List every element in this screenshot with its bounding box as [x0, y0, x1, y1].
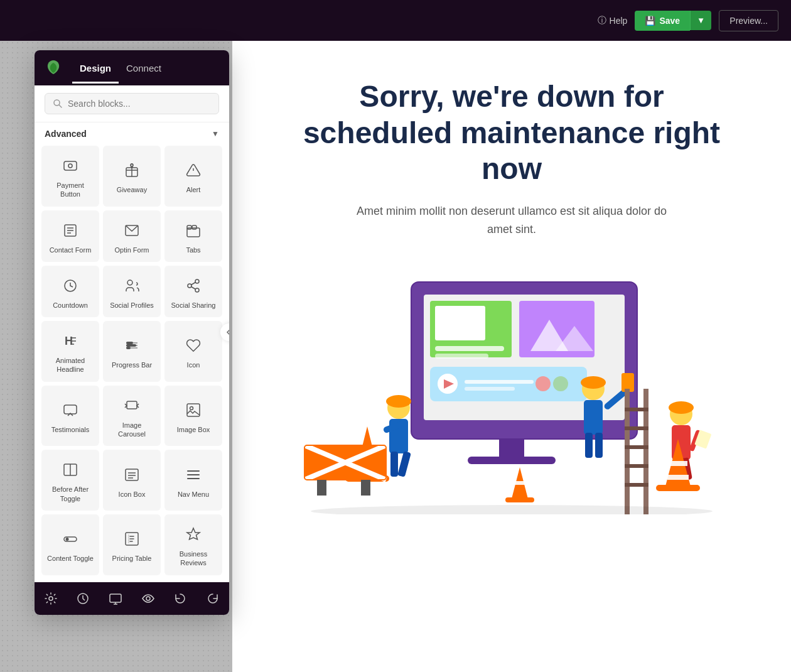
svg-rect-65 [64, 161, 77, 170]
svg-point-66 [68, 164, 72, 168]
svg-point-16 [535, 376, 551, 391]
block-content-toggle[interactable]: Content Toggle [41, 514, 99, 575]
block-icon-box[interactable]: Icon Box [103, 450, 161, 511]
social-sharing-label: Social Sharing [171, 301, 216, 310]
block-contact-form[interactable]: Contact Form [41, 210, 99, 262]
undo-icon [174, 592, 186, 605]
svg-rect-36 [584, 400, 603, 435]
social-profiles-label: Social Profiles [110, 301, 154, 310]
svg-point-81 [127, 280, 132, 285]
maintenance-illustration [286, 263, 738, 514]
block-nav-menu[interactable]: Nav Menu [164, 450, 222, 511]
block-before-after[interactable]: Before After Toggle [41, 450, 99, 511]
svg-rect-45 [625, 445, 648, 449]
redo-icon [207, 592, 219, 605]
optin-form-icon [122, 220, 142, 241]
block-optin-form[interactable]: Optin Form [103, 210, 161, 262]
svg-rect-26 [317, 480, 326, 496]
svg-rect-31 [390, 452, 398, 477]
alert-icon [183, 160, 203, 180]
svg-rect-97 [64, 405, 77, 414]
pricing-table-icon [122, 529, 142, 549]
svg-rect-6 [435, 346, 504, 351]
settings-toolbar-button[interactable] [41, 588, 61, 609]
svg-rect-3 [468, 457, 556, 464]
block-social-profiles[interactable]: Social Profiles [103, 266, 161, 317]
search-area [35, 85, 229, 122]
block-giveaway[interactable]: Giveaway [103, 146, 161, 207]
eye-icon [142, 592, 154, 605]
svg-rect-103 [126, 469, 138, 480]
svg-rect-78 [187, 225, 191, 229]
block-alert[interactable]: Alert [164, 146, 222, 207]
icon-label: Icon [187, 360, 200, 369]
block-icon[interactable]: Icon [164, 321, 222, 382]
svg-rect-37 [585, 433, 593, 458]
icon-box-label: Icon Box [119, 490, 146, 499]
block-image-box[interactable]: Image Box [164, 386, 222, 447]
block-payment-button[interactable]: Payment Button [41, 146, 99, 207]
before-after-label: Before After Toggle [46, 485, 94, 503]
history-toolbar-button[interactable] [73, 588, 93, 609]
svg-rect-2 [499, 439, 524, 458]
svg-rect-94 [126, 342, 133, 344]
block-pricing-table[interactable]: Pricing Table [103, 514, 161, 575]
block-animated-headline[interactable]: HAnimated Headline [41, 321, 99, 382]
save-button[interactable]: 💾 Save [635, 11, 690, 31]
giveaway-icon [122, 160, 142, 180]
social-profiles-icon [122, 276, 142, 296]
search-input[interactable] [68, 99, 211, 109]
nav-menu-icon [183, 465, 203, 485]
device-toolbar-button[interactable] [105, 588, 126, 609]
svg-rect-27 [361, 480, 370, 496]
section-label: Advanced ▼ [35, 122, 229, 144]
animated-headline-label: Animated Headline [46, 356, 94, 374]
tabs-label: Tabs [186, 246, 200, 254]
payment-button-label: Payment Button [46, 181, 94, 199]
tab-design[interactable]: Design [72, 53, 119, 84]
block-image-carousel[interactable]: Image Carousel [103, 386, 161, 447]
svg-rect-7 [435, 354, 488, 359]
help-label: Help [610, 16, 628, 26]
svg-point-82 [195, 279, 199, 283]
block-progress-bar[interactable]: Progress Bar [103, 321, 161, 382]
block-tabs[interactable]: Tabs [164, 210, 222, 262]
help-icon: ⓘ [598, 15, 606, 26]
progress-bar-icon [122, 335, 142, 355]
block-testimonials[interactable]: Testimonials [41, 386, 99, 447]
redo-toolbar-button[interactable] [203, 588, 223, 609]
sidebar-toolbar [35, 582, 229, 615]
topbar: ⓘ Help 💾 Save ▼ Preview... [0, 0, 791, 41]
content-toggle-icon [60, 529, 80, 549]
countdown-label: Countdown [53, 301, 88, 310]
preview-button[interactable]: Preview... [719, 10, 778, 31]
help-button[interactable]: ⓘ Help [598, 15, 628, 26]
svg-rect-58 [669, 461, 687, 466]
testimonials-label: Testimonials [51, 425, 90, 434]
svg-rect-15 [465, 387, 515, 391]
social-sharing-icon [183, 276, 203, 296]
svg-point-17 [553, 376, 568, 391]
undo-toolbar-button[interactable] [170, 588, 190, 609]
block-social-sharing[interactable]: Social Sharing [164, 266, 222, 317]
settings-icon [45, 592, 57, 605]
svg-rect-32 [397, 452, 411, 478]
svg-point-55 [311, 505, 713, 514]
svg-point-119 [146, 597, 150, 600]
block-business-reviews[interactable]: Business Reviews [164, 514, 222, 575]
app-logo [45, 59, 62, 77]
tab-connect[interactable]: Connect [119, 53, 169, 84]
svg-rect-98 [127, 401, 137, 409]
svg-rect-95 [126, 344, 136, 347]
maintenance-title: Sorry, we're down for scheduled maintena… [292, 79, 731, 187]
svg-point-35 [581, 376, 606, 389]
monitor-icon [109, 592, 122, 605]
image-box-icon [183, 400, 203, 420]
block-countdown[interactable]: Countdown [41, 266, 99, 317]
progress-bar-label: Progress Bar [112, 360, 152, 369]
preview-toolbar-button[interactable] [138, 588, 158, 609]
svg-rect-57 [656, 485, 700, 491]
tabs-icon [183, 220, 203, 241]
history-icon [77, 592, 89, 605]
save-dropdown-button[interactable]: ▼ [690, 11, 711, 30]
